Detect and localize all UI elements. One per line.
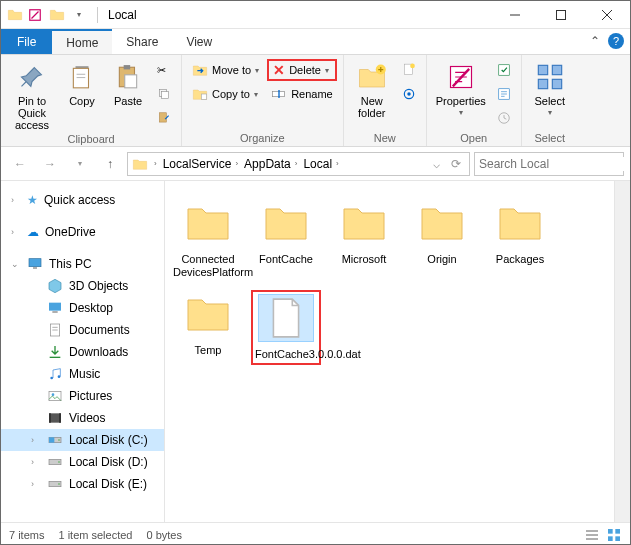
- ribbon: Pin to Quick access Copy Paste ✂ Clipboa…: [1, 55, 630, 147]
- move-to-label: Move to: [212, 64, 251, 76]
- nav-label: 3D Objects: [69, 279, 128, 293]
- select-button[interactable]: Select ▾: [528, 57, 572, 118]
- rename-button[interactable]: Rename: [267, 83, 337, 105]
- move-to-button[interactable]: Move to ▾: [188, 59, 263, 81]
- qa-dropdown-icon[interactable]: ▾: [71, 7, 87, 23]
- collapse-ribbon-icon[interactable]: ⌃: [590, 34, 600, 48]
- nav-quick-access[interactable]: › ★ Quick access: [1, 189, 164, 211]
- address-dropdown-icon[interactable]: ⌵: [427, 152, 445, 176]
- move-to-icon: [192, 62, 208, 78]
- properties-button[interactable]: Properties ▾: [433, 57, 489, 118]
- quick-access-toolbar: ▾: [27, 7, 91, 23]
- details-view-button[interactable]: [584, 527, 600, 543]
- crumb-local[interactable]: Local›: [303, 157, 342, 171]
- tab-view[interactable]: View: [172, 29, 226, 54]
- folder-item[interactable]: Temp: [173, 290, 243, 365]
- nav-this-pc[interactable]: ⌄ This PC: [1, 253, 164, 275]
- nav-item[interactable]: ›Local Disk (D:): [1, 451, 164, 473]
- easy-access-button[interactable]: [398, 83, 420, 105]
- maximize-button[interactable]: [538, 1, 584, 29]
- crumb-appdata[interactable]: AppData›: [244, 157, 301, 171]
- nav-item[interactable]: Desktop: [1, 297, 164, 319]
- svg-rect-24: [498, 65, 509, 76]
- folder-item[interactable]: Origin: [407, 199, 477, 278]
- rename-label: Rename: [291, 88, 333, 100]
- chevron-right-icon: ›: [31, 435, 41, 445]
- address-bar[interactable]: › LocalService› AppData› Local› ⌵ ⟳: [127, 152, 470, 176]
- file-menu[interactable]: File: [1, 29, 52, 54]
- nav-item[interactable]: Music: [1, 363, 164, 385]
- folder-item[interactable]: Connected DevicesPlatform: [173, 199, 243, 278]
- properties-icon: [445, 61, 477, 93]
- search-box[interactable]: 🔍: [474, 152, 624, 176]
- folder-icon: [336, 199, 392, 247]
- nav-onedrive[interactable]: › ☁ OneDrive: [1, 221, 164, 243]
- properties-qa-icon[interactable]: [27, 7, 43, 23]
- nav-item[interactable]: Videos: [1, 407, 164, 429]
- nav-label: Videos: [69, 411, 105, 425]
- nav-item[interactable]: Documents: [1, 319, 164, 341]
- delete-button[interactable]: ✕ Delete ▾: [267, 59, 337, 81]
- recent-locations-button[interactable]: ▾: [67, 151, 93, 177]
- up-button[interactable]: ↑: [97, 151, 123, 177]
- chevron-right-icon: ›: [11, 227, 21, 237]
- folder-qa-icon[interactable]: [49, 7, 65, 23]
- back-button[interactable]: ←: [7, 151, 33, 177]
- tab-share[interactable]: Share: [112, 29, 172, 54]
- file-item[interactable]: FontCache3.0.0.0.dat: [251, 290, 321, 365]
- edit-button[interactable]: [493, 83, 515, 105]
- svg-rect-8: [77, 77, 86, 78]
- nav-icon: [47, 388, 63, 404]
- help-icon[interactable]: ?: [608, 33, 624, 49]
- item-label: Temp: [173, 344, 243, 357]
- icons-view-button[interactable]: [606, 527, 622, 543]
- nav-label: Local Disk (E:): [69, 477, 147, 491]
- new-folder-button[interactable]: New folder: [350, 57, 394, 119]
- nav-icon: [47, 366, 63, 382]
- crumb-localservice[interactable]: LocalService›: [163, 157, 242, 171]
- forward-button[interactable]: →: [37, 151, 63, 177]
- svg-rect-31: [29, 259, 41, 267]
- scrollbar[interactable]: [614, 181, 630, 522]
- nav-label: Documents: [69, 323, 130, 337]
- new-item-button[interactable]: [398, 59, 420, 81]
- item-label: Packages: [485, 253, 555, 266]
- nav-item[interactable]: Pictures: [1, 385, 164, 407]
- folder-item[interactable]: Microsoft: [329, 199, 399, 278]
- delete-x-icon: ✕: [273, 62, 285, 78]
- nav-icon: [47, 322, 63, 338]
- svg-rect-33: [49, 303, 61, 311]
- copy-to-button[interactable]: Copy to ▾: [188, 83, 263, 105]
- minimize-button[interactable]: [492, 1, 538, 29]
- nav-item[interactable]: ›Local Disk (E:): [1, 473, 164, 495]
- copy-path-button[interactable]: [153, 83, 175, 105]
- cut-button[interactable]: ✂: [153, 59, 175, 81]
- search-input[interactable]: [479, 157, 629, 171]
- folder-item[interactable]: FontCache: [251, 199, 321, 278]
- content-pane[interactable]: Connected DevicesPlatformFontCacheMicros…: [165, 181, 630, 522]
- copy-label: Copy: [69, 95, 95, 107]
- folder-item[interactable]: Packages: [485, 199, 555, 278]
- nav-label: Quick access: [44, 193, 115, 207]
- nav-item[interactable]: Downloads: [1, 341, 164, 363]
- paste-shortcut-button[interactable]: [153, 107, 175, 129]
- close-button[interactable]: [584, 1, 630, 29]
- history-button[interactable]: [493, 107, 515, 129]
- nav-label: Downloads: [69, 345, 128, 359]
- pin-label: Pin to Quick access: [7, 95, 57, 131]
- folder-icon: [492, 199, 548, 247]
- copy-button[interactable]: Copy: [61, 57, 103, 107]
- tab-home[interactable]: Home: [52, 29, 112, 54]
- open-button[interactable]: [493, 59, 515, 81]
- select-label: Select: [534, 95, 565, 107]
- nav-icon: [47, 278, 63, 294]
- pin-quick-access-button[interactable]: Pin to Quick access: [7, 57, 57, 131]
- refresh-button[interactable]: ⟳: [447, 152, 465, 176]
- nav-item[interactable]: 3D Objects: [1, 275, 164, 297]
- item-label: Microsoft: [329, 253, 399, 266]
- paste-button[interactable]: Paste: [107, 57, 149, 107]
- svg-rect-2: [557, 10, 566, 19]
- navigation-pane: › ★ Quick access › ☁ OneDrive ⌄ This PC …: [1, 181, 165, 522]
- pin-icon: [16, 61, 48, 93]
- nav-item[interactable]: ›Local Disk (C:): [1, 429, 164, 451]
